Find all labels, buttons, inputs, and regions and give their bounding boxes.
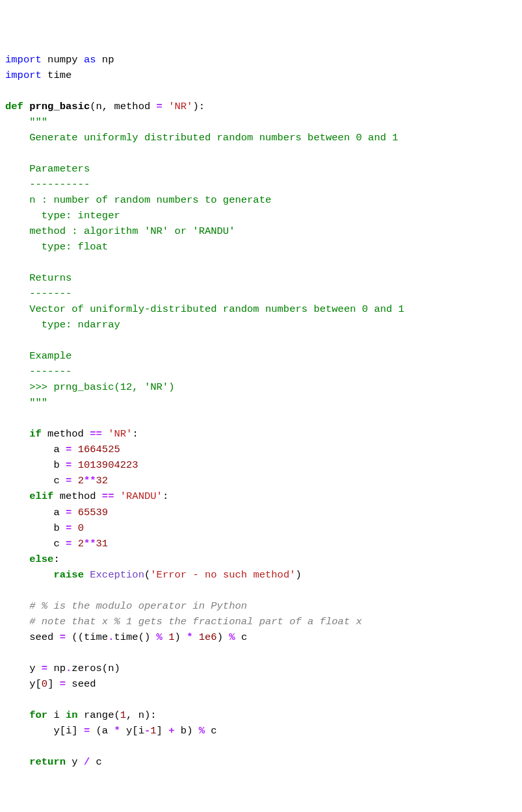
space bbox=[78, 709, 84, 721]
op-div: / bbox=[84, 756, 90, 768]
num: 1013904223 bbox=[78, 459, 138, 471]
expr: c bbox=[235, 631, 248, 643]
var: a bbox=[5, 507, 66, 518]
op-eq: = bbox=[60, 678, 66, 690]
expr: c bbox=[90, 756, 102, 768]
paren: ) bbox=[296, 569, 302, 581]
num: 0 bbox=[42, 678, 47, 690]
var: b bbox=[5, 522, 66, 534]
space bbox=[192, 631, 198, 643]
op-pow: ** bbox=[84, 475, 96, 487]
expr: ] bbox=[47, 678, 60, 690]
str-nr: 'NR' bbox=[168, 101, 192, 112]
indent bbox=[5, 569, 53, 581]
colon: : bbox=[53, 553, 59, 565]
str: 'NR' bbox=[108, 428, 132, 440]
expr: seed bbox=[66, 678, 96, 690]
var: b bbox=[5, 459, 66, 471]
builtin-range: range bbox=[84, 709, 114, 721]
kw-as: as bbox=[84, 54, 96, 66]
paren: ( bbox=[114, 709, 120, 721]
var: y bbox=[5, 663, 42, 674]
op-eq: = bbox=[84, 725, 90, 737]
docstring-line: type: integer bbox=[5, 210, 120, 222]
space bbox=[72, 459, 77, 471]
op-minus: - bbox=[144, 725, 150, 737]
colon: : bbox=[132, 428, 138, 440]
kw-def: def bbox=[5, 101, 23, 112]
exc-name: Exception bbox=[90, 569, 144, 581]
num: 31 bbox=[96, 538, 109, 550]
space bbox=[72, 538, 77, 550]
expr: b) bbox=[175, 725, 199, 737]
op-eq: = bbox=[42, 663, 47, 674]
op-dot: . bbox=[66, 663, 72, 674]
kw-import: import bbox=[5, 54, 42, 66]
mod-time: time bbox=[42, 70, 72, 81]
expr: np bbox=[47, 663, 66, 674]
op-eqeq: == bbox=[90, 428, 102, 440]
op-eq: = bbox=[66, 522, 72, 534]
op-mod: % bbox=[199, 725, 205, 737]
expr: y[i] bbox=[5, 725, 84, 737]
expr: ) bbox=[217, 631, 229, 643]
docstring-line: type: float bbox=[5, 241, 108, 253]
space bbox=[72, 507, 77, 518]
expr: ] bbox=[157, 725, 169, 737]
kw-raise: raise bbox=[53, 569, 84, 581]
num: 0 bbox=[78, 522, 84, 534]
str: 'RANDU' bbox=[120, 490, 163, 502]
fn-params-close: ): bbox=[192, 101, 205, 112]
docstring-line: n : number of random numbers to generate bbox=[5, 194, 271, 206]
num: 2 bbox=[78, 475, 84, 487]
code-block: import numpy as np import time def prng_… bbox=[5, 52, 517, 770]
docstring-open: """ bbox=[5, 116, 47, 128]
expr: (a bbox=[90, 725, 114, 737]
paren: ( bbox=[144, 569, 150, 581]
expr: y[i bbox=[120, 725, 144, 737]
docstring-line: Vector of uniformly-distributed random n… bbox=[5, 303, 404, 315]
space bbox=[163, 101, 168, 112]
indent bbox=[5, 709, 29, 721]
op-plus: + bbox=[168, 725, 174, 737]
op-eq: = bbox=[157, 101, 163, 112]
kw-else: else bbox=[5, 553, 53, 565]
kw-for: for bbox=[29, 709, 47, 721]
expr: time() bbox=[114, 631, 156, 643]
kw-elif: elif bbox=[5, 490, 53, 502]
colon: : bbox=[163, 490, 168, 502]
expr: ((time bbox=[66, 631, 108, 643]
expr: y bbox=[66, 756, 84, 768]
docstring-line: method : algorithm 'NR' or 'RANDU' bbox=[5, 225, 235, 237]
space bbox=[72, 475, 77, 487]
docstring-line: ------- bbox=[5, 288, 72, 299]
indent bbox=[5, 756, 29, 768]
num: 1 bbox=[150, 725, 156, 737]
op-eq: = bbox=[66, 459, 72, 471]
op-eq: = bbox=[66, 507, 72, 518]
space bbox=[23, 101, 29, 112]
space bbox=[72, 444, 77, 455]
space bbox=[102, 428, 108, 440]
num: 32 bbox=[96, 475, 109, 487]
op-eq: = bbox=[66, 475, 72, 487]
expr: method bbox=[53, 490, 101, 502]
kw-return: return bbox=[29, 756, 66, 768]
expr: ) bbox=[175, 631, 187, 643]
num: 1e6 bbox=[199, 631, 217, 643]
docstring-line: type: ndarray bbox=[5, 319, 120, 331]
op-eq: = bbox=[60, 631, 66, 643]
kw-if: if bbox=[5, 428, 42, 440]
docstring-line: Example bbox=[5, 350, 72, 362]
var: i bbox=[47, 709, 66, 721]
num: 1 bbox=[168, 631, 174, 643]
mod-numpy: numpy bbox=[42, 54, 84, 66]
docstring-line: Parameters bbox=[5, 163, 90, 175]
kw-in: in bbox=[66, 709, 78, 721]
var: a bbox=[5, 444, 66, 455]
num: 1 bbox=[120, 709, 126, 721]
num: 65539 bbox=[78, 507, 109, 518]
op-pow: ** bbox=[84, 538, 96, 550]
op-mod: % bbox=[157, 631, 163, 643]
docstring-line: >>> prng_basic(12, 'NR') bbox=[5, 381, 174, 393]
